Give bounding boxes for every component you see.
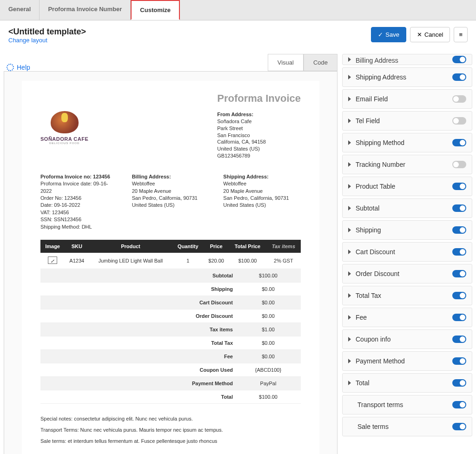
invoice-no: Proforma Invoice no: 123456 (40, 173, 118, 180)
preview-canvas: SOÑADORA CAFE DELICIOUS FOOD Proforma In… (4, 71, 337, 454)
toggle-order-discount[interactable] (452, 270, 466, 277)
sum-payment-label: Payment Method (40, 377, 236, 390)
toggle-billing-address[interactable] (452, 56, 466, 63)
close-icon: ✕ (417, 31, 422, 38)
sum-fee-label: Fee (40, 350, 236, 363)
opt-email-field[interactable]: Email Field (342, 89, 472, 109)
sum-shipping-label: Shipping (40, 283, 236, 296)
toggle-tracking-number[interactable] (452, 161, 466, 168)
th-product: Product (89, 240, 172, 253)
ship-line: United States (US) (223, 202, 301, 209)
sum-subtotal-label: Subtotal (40, 269, 236, 283)
ship-line: Webtoffee (223, 180, 301, 187)
opt-shipping[interactable]: Shipping (342, 220, 472, 240)
caret-right-icon (348, 381, 351, 385)
sum-orderdiscount-label: Order Discount (40, 309, 236, 323)
opt-label: Payment Method (356, 357, 405, 365)
page-header: <Untitled template> Change layout ✓ Save… (0, 20, 476, 50)
th-price: Price (204, 240, 229, 253)
caret-right-icon (348, 140, 351, 145)
opt-label: Tel Field (356, 117, 380, 125)
th-quantity: Quantity (172, 240, 204, 253)
caret-right-icon (348, 250, 351, 254)
invoice-meta: Proforma Invoice no: 123456 Proforma Inv… (40, 173, 118, 230)
toggle-total[interactable] (452, 379, 466, 387)
opt-shipping-method[interactable]: Shipping Method (342, 133, 472, 152)
view-tab-code[interactable]: Code (304, 54, 337, 71)
tab-general[interactable]: General (0, 0, 40, 20)
toggle-shipping[interactable] (452, 226, 466, 234)
help-link[interactable]: Help (4, 64, 30, 71)
th-image: Image (40, 240, 65, 253)
opt-order-discount[interactable]: Order Discount (342, 264, 472, 283)
opt-tel-field[interactable]: Tel Field (342, 111, 472, 131)
toggle-coupon-info[interactable] (452, 336, 466, 343)
caret-right-icon (348, 337, 351, 342)
document-title: Proforma Invoice (217, 92, 301, 105)
tab-customize[interactable]: Customize (131, 0, 180, 20)
caret-right-icon (348, 75, 351, 79)
cancel-button[interactable]: ✕ Cancel (410, 27, 450, 42)
caret-right-icon (348, 293, 351, 298)
from-line: California, CA, 94158 (217, 138, 301, 145)
ssn-no: SSN: SSN123456 (40, 216, 118, 223)
opt-total[interactable]: Total (342, 373, 472, 393)
table-row: A1234 Jumbing LED Light Wall Ball 1 $20.… (40, 253, 301, 269)
opt-label: Coupon info (356, 336, 391, 343)
opt-fee[interactable]: Fee (342, 308, 472, 327)
sum-taxitems-value: $1.00 (236, 323, 301, 336)
cell-product: Jumbing LED Light Wall Ball (89, 253, 172, 269)
opt-subtotal[interactable]: Subtotal (342, 198, 472, 218)
order-date: Date: 09-16-2022 (40, 202, 118, 209)
toggle-product-table[interactable] (452, 183, 466, 190)
top-tabs-bar: General Proforma Invoice Number Customiz… (0, 0, 476, 20)
toggle-total-tax[interactable] (452, 292, 466, 299)
billing-label: Billing Address: (132, 173, 210, 180)
toggle-shipping-address[interactable] (452, 73, 466, 81)
shipping-address: Shipping Address: Webtoffee 20 Maple Ave… (223, 173, 301, 230)
save-button[interactable]: ✓ Save (371, 27, 406, 42)
toggle-subtotal[interactable] (452, 204, 466, 212)
notes-block: Special notes: consectetur adipiscing el… (40, 413, 301, 447)
sale-terms: Sale terms: et interdum tellus fermentum… (40, 435, 301, 447)
view-tab-visual[interactable]: Visual (268, 54, 304, 71)
opt-cart-discount[interactable]: Cart Discount (342, 242, 472, 262)
toggle-cart-discount[interactable] (452, 248, 466, 256)
from-address: From Address: Soñadora Cafe Park Street … (217, 111, 301, 159)
opt-label: Product Table (356, 183, 395, 190)
opt-product-table[interactable]: Product Table (342, 177, 472, 196)
th-tax-items: Tax items (266, 240, 301, 253)
toggle-payment-method[interactable] (452, 357, 466, 365)
sum-taxitems-label: Tax items (40, 323, 236, 336)
bill-line: Webtoffee (132, 180, 210, 187)
opt-transport-terms[interactable]: Transport terms (342, 395, 472, 415)
opt-tracking-number[interactable]: Tracking Number (342, 155, 472, 174)
caret-right-icon (348, 315, 351, 320)
opt-sale-terms[interactable]: Sale terms (342, 417, 472, 436)
template-title: <Untitled template> (8, 27, 86, 37)
toggle-fee[interactable] (452, 314, 466, 321)
tab-proforma-invoice-number[interactable]: Proforma Invoice Number (40, 0, 131, 20)
cell-total: $100.00 (229, 253, 266, 269)
menu-button[interactable]: ≡ (454, 27, 468, 42)
logo-image (51, 111, 79, 133)
opt-total-tax[interactable]: Total Tax (342, 286, 472, 305)
toggle-tel-field[interactable] (452, 117, 466, 125)
opt-billing-address[interactable]: Billing Address (342, 54, 472, 65)
opt-coupon-info[interactable]: Coupon info (342, 329, 472, 349)
shipping-label: Shipping Address: (223, 173, 301, 180)
opt-label: Billing Address (356, 57, 398, 64)
sum-payment-value: PayPal (236, 377, 301, 390)
toggle-sale-terms[interactable] (452, 423, 466, 430)
opt-payment-method[interactable]: Payment Method (342, 351, 472, 371)
sum-cartdiscount-label: Cart Discount (40, 296, 236, 309)
logo-subtitle: DELICIOUS FOOD (49, 142, 79, 145)
from-line: Soñadora Cafe (217, 118, 301, 125)
change-layout-link[interactable]: Change layout (8, 37, 47, 44)
toggle-email-field[interactable] (452, 95, 466, 103)
toggle-shipping-method[interactable] (452, 139, 466, 146)
transport-terms: Transport Terms: Nunc nec vehicula purus… (40, 424, 301, 435)
opt-shipping-address[interactable]: Shipping Address (342, 67, 472, 87)
opt-label: Fee (356, 314, 367, 321)
toggle-transport-terms[interactable] (452, 401, 466, 408)
